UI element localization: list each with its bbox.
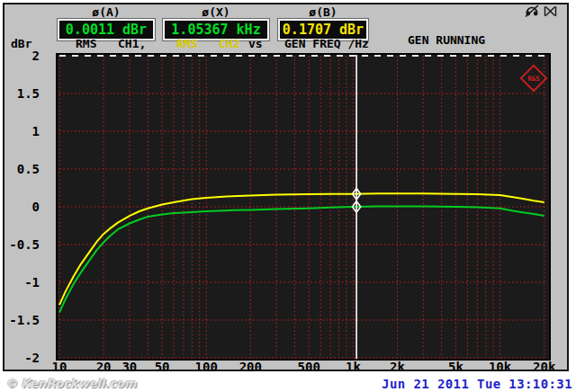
- y-tick-label: -2: [2, 351, 40, 365]
- x-tick-label: 50: [142, 360, 182, 373]
- x-tick-label: 20k: [525, 360, 564, 373]
- avg-b-label: ø(B): [278, 5, 368, 19]
- x-tick-label: 200: [230, 360, 270, 373]
- y-tick-label: -1.5: [2, 313, 40, 327]
- x-tick-label: 10: [40, 360, 79, 373]
- x-tick-label: 2k: [378, 360, 418, 373]
- watermark: © KenRockwell.com: [5, 377, 137, 390]
- avg-x-label: ø(X): [163, 5, 269, 19]
- y-tick-label: 2: [2, 49, 40, 63]
- datetime-stamp: Jun 21 2011 Tue 13:10:31: [382, 377, 572, 391]
- trace2-channel-label: CH2: [219, 37, 239, 50]
- vs-label: vs: [248, 37, 263, 50]
- y-tick-label: 1: [2, 124, 40, 138]
- monitor-icons: [525, 4, 557, 18]
- analyzer-page: ø(A) ø(X) ø(B) 0.0011 dBr 1.05367 kHz 0.…: [0, 0, 576, 392]
- y-tick-label: 1.5: [2, 86, 40, 101]
- headphones-muted-icon: [526, 5, 538, 17]
- x-tick-label: 10k: [481, 360, 520, 373]
- y-tick-label: 0: [2, 200, 40, 214]
- y-tick-label: -1: [2, 275, 40, 290]
- x-axis-title: GEN FREQ /Hz: [284, 37, 369, 50]
- y-tick-label: 0.5: [2, 162, 40, 176]
- generator-status: GEN RUNNING: [408, 33, 527, 48]
- trace2-function-label: RMS: [176, 37, 197, 50]
- speaker-muted-icon: [545, 7, 556, 15]
- trace1-channel-label: CH1,: [118, 37, 146, 50]
- x-tick-label: 5k: [436, 360, 475, 373]
- trace1-function-label: RMS: [76, 37, 96, 50]
- y-tick-label: -0.5: [2, 237, 40, 252]
- frequency-response-plot: R&S: [56, 53, 551, 361]
- x-tick-label: 1k: [333, 360, 373, 373]
- avg-a-label: ø(A): [58, 5, 155, 19]
- svg-text:R&S: R&S: [527, 75, 540, 83]
- x-tick-label: 100: [186, 360, 226, 373]
- x-tick-label: 500: [289, 360, 328, 373]
